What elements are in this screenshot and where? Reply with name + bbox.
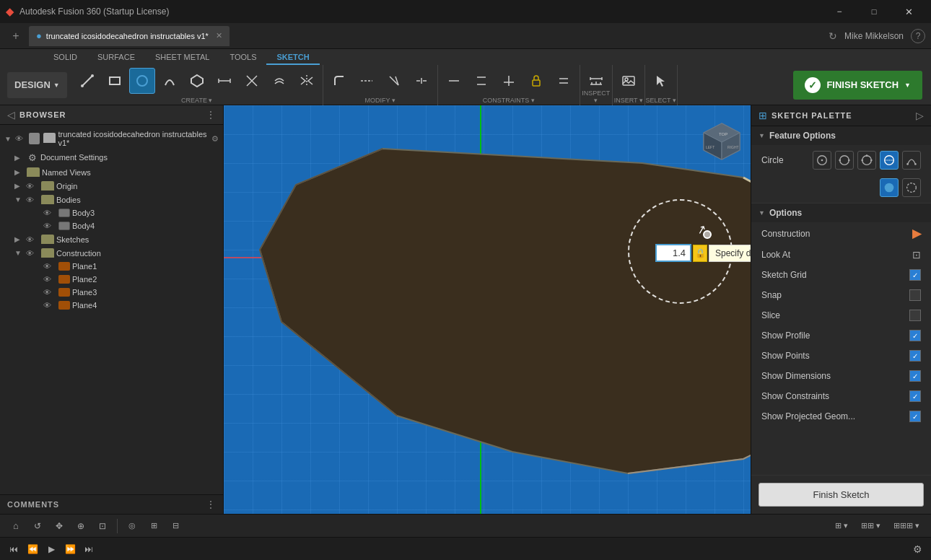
tree-item-origin[interactable]: ▶ 👁 Origin	[0, 179, 223, 193]
tree-item-doc-settings[interactable]: ▶ ⚙ Document Settings	[0, 149, 223, 165]
lock-constraint[interactable]	[523, 68, 549, 94]
option-row-show-profile[interactable]: Show Profile ✓	[751, 325, 931, 346]
browser-expand-icon[interactable]: ⋮	[206, 109, 216, 121]
slice-checkbox[interactable]	[909, 310, 921, 321]
eye-icon-body3[interactable]: 👁	[43, 209, 55, 217]
option-row-sketch-grid[interactable]: Sketch Grid ✓	[751, 265, 931, 285]
extend-button[interactable]	[381, 68, 407, 94]
minimize-button[interactable]: −	[823, 0, 856, 23]
polygon-button[interactable]	[184, 68, 210, 94]
circle-filled-option[interactable]	[880, 178, 899, 197]
viewport[interactable]: 🔒 Specify diameter of circle ↗ BOTTOM TO…	[224, 105, 751, 514]
rectangle-button[interactable]	[102, 68, 128, 94]
close-tab-icon[interactable]: ✕	[216, 31, 222, 40]
fillet-button[interactable]	[326, 68, 352, 94]
feature-options-header[interactable]: ▼ Feature Options	[751, 126, 931, 145]
options-header[interactable]: ▼ Options	[751, 204, 931, 222]
option-row-slice[interactable]: Slice	[751, 305, 931, 325]
refresh-icon[interactable]: ↻	[829, 30, 837, 42]
settings-icon[interactable]: ⚙	[211, 134, 219, 144]
zoom-button[interactable]: ⊕	[71, 517, 91, 535]
view-cube[interactable]: BOTTOM TOP LEFT RIGHT	[700, 120, 743, 163]
equal-constraint[interactable]	[551, 68, 577, 94]
playback-end-button[interactable]: ⏭	[81, 541, 97, 557]
show-constraints-checkbox[interactable]: ✓	[909, 390, 921, 402]
arc-button[interactable]	[157, 68, 183, 94]
circle-outline-option[interactable]	[902, 178, 921, 197]
break-button[interactable]	[408, 68, 434, 94]
sketch-grid-checkbox[interactable]: ✓	[909, 269, 921, 281]
line-button[interactable]	[74, 68, 100, 94]
tree-item-body4[interactable]: ▶ 👁 Body4	[0, 219, 223, 232]
grid-snap-button[interactable]: ⊞⊞ ▾	[855, 517, 886, 535]
lock-icon[interactable]: 🔒	[693, 245, 707, 262]
circle-center-option[interactable]	[813, 151, 831, 170]
construction-button[interactable]	[354, 68, 380, 94]
eye-icon-plane4[interactable]: 👁	[43, 301, 55, 310]
circle-two-point-option[interactable]	[835, 151, 854, 170]
tab-sheet-metal[interactable]: SHEET METAL	[145, 51, 219, 65]
browser-collapse-icon[interactable]: ◁	[7, 109, 15, 121]
view-home-button[interactable]: ⌂	[6, 517, 26, 535]
palette-finish-sketch-button[interactable]: Finish Sketch	[759, 483, 924, 507]
option-row-show-constraints[interactable]: Show Constraints ✓	[751, 386, 931, 406]
tree-item-plane1[interactable]: ▶ 👁 Plane1	[0, 260, 223, 273]
tree-item-sketches[interactable]: ▶ 👁 Sketches	[0, 232, 223, 246]
display-settings-button[interactable]: ⊞ ▾	[829, 517, 854, 535]
eye-icon-body4[interactable]: 👁	[43, 222, 55, 230]
view-options-button[interactable]: ⊞⊞⊞ ▾	[888, 517, 925, 535]
diameter-input-field[interactable]	[655, 244, 691, 262]
palette-expand-icon[interactable]: ▷	[916, 110, 924, 121]
eye-icon-origin[interactable]: 👁	[26, 182, 38, 191]
playback-prev-button[interactable]: ⏪	[25, 541, 40, 557]
tree-item-construction[interactable]: ▼ 👁 Construction	[0, 246, 223, 260]
tab-surface[interactable]: SURFACE	[87, 51, 145, 65]
eye-icon-sketches[interactable]: 👁	[26, 235, 38, 244]
snap-checkbox[interactable]	[909, 289, 921, 301]
look-at-viewport-button[interactable]: ◎	[122, 517, 142, 535]
circle-three-point-option[interactable]	[857, 151, 876, 170]
option-row-show-dimensions[interactable]: Show Dimensions ✓	[751, 366, 931, 386]
eye-icon-plane2[interactable]: 👁	[43, 275, 55, 284]
tab-solid[interactable]: SOLID	[43, 51, 87, 65]
tree-item-plane3[interactable]: ▶ 👁 Plane3	[0, 286, 223, 299]
eye-icon-bodies[interactable]: 👁	[26, 196, 38, 204]
tree-item-plane2[interactable]: ▶ 👁 Plane2	[0, 273, 223, 286]
tree-item-bodies[interactable]: ▼ 👁 Bodies	[0, 193, 223, 206]
option-row-look-at[interactable]: Look At ⊡	[751, 245, 931, 265]
eye-icon-plane1[interactable]: 👁	[43, 262, 55, 271]
option-row-show-points[interactable]: Show Points ✓	[751, 346, 931, 366]
dimension-button[interactable]	[211, 68, 237, 94]
tree-item-named-views[interactable]: ▶ Named Views	[0, 165, 223, 179]
settings-gear-button[interactable]: ⚙	[909, 541, 925, 557]
select-button[interactable]	[648, 68, 674, 94]
design-button[interactable]: DESIGN ▼	[7, 72, 67, 98]
grid-display-button[interactable]: ⊟	[165, 517, 185, 535]
perpendicular-constraint[interactable]	[496, 68, 522, 94]
mirror-button[interactable]	[294, 68, 320, 94]
tab-sketch[interactable]: SKETCH	[266, 51, 319, 65]
option-row-construction[interactable]: Construction ▶	[751, 222, 931, 245]
parallel-constraint[interactable]	[468, 68, 494, 94]
eye-icon-root[interactable]: 👁	[15, 134, 26, 143]
tree-item-plane4[interactable]: ▶ 👁 Plane4	[0, 299, 223, 312]
playback-play-button[interactable]: ▶	[43, 541, 59, 557]
trim-button[interactable]	[239, 68, 265, 94]
new-tab-icon[interactable]: +	[6, 26, 26, 46]
tab-tools[interactable]: TOOLS	[219, 51, 266, 65]
option-row-show-projected[interactable]: Show Projected Geom... ✓	[751, 406, 931, 426]
show-dimensions-checkbox[interactable]: ✓	[909, 370, 921, 382]
show-profile-checkbox[interactable]: ✓	[909, 330, 921, 341]
finish-sketch-button[interactable]: ✓ FINISH SKETCH ▼	[793, 71, 922, 100]
offset-button[interactable]	[266, 68, 292, 94]
show-points-checkbox[interactable]: ✓	[909, 350, 921, 362]
playback-next-button[interactable]: ⏩	[62, 541, 78, 557]
user-label[interactable]: Mike Mikkelson	[844, 31, 904, 41]
show-projected-checkbox[interactable]: ✓	[909, 411, 921, 422]
eye-icon-plane3[interactable]: 👁	[43, 288, 55, 297]
option-row-snap[interactable]: Snap	[751, 285, 931, 305]
horizontal-constraint[interactable]	[441, 68, 467, 94]
eye-icon-construction[interactable]: 👁	[26, 249, 38, 258]
insert-image-button[interactable]	[616, 68, 642, 94]
tree-item-body3[interactable]: ▶ 👁 Body3	[0, 206, 223, 219]
